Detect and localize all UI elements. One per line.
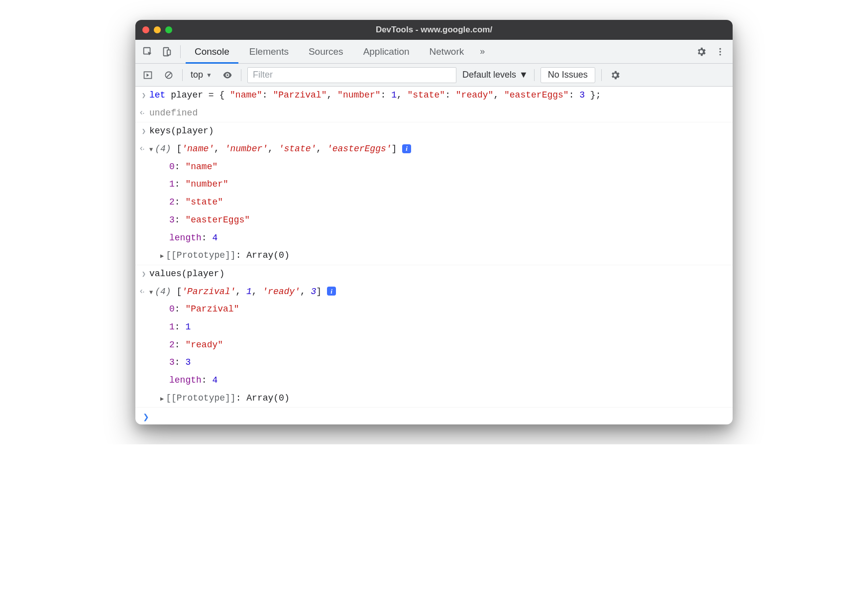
array-item[interactable]: 3: 3 — [149, 355, 728, 370]
tab-elements[interactable]: Elements — [240, 40, 298, 64]
disclosure-triangle-icon[interactable]: ▼ — [149, 288, 153, 298]
clear-console-icon[interactable] — [161, 68, 176, 83]
disclosure-triangle-icon[interactable]: ▶ — [160, 252, 164, 262]
tab-console[interactable]: Console — [186, 40, 238, 64]
console-input-line[interactable]: keys(player) — [149, 124, 728, 139]
tab-sources[interactable]: Sources — [300, 40, 352, 64]
console-toolbar: top ▼ Filter Default levels ▼ No Issues — [135, 64, 733, 87]
array-prototype[interactable]: ▶[[Prototype]]: Array(0) — [149, 248, 728, 263]
kebab-menu-icon[interactable] — [712, 43, 729, 60]
console-row: 0: "name" — [135, 158, 733, 176]
console-row: 2: "ready" — [135, 336, 733, 354]
array-length: length: 4 — [149, 231, 728, 246]
console-row: ❯keys(player) — [135, 122, 733, 140]
tab-application[interactable]: Application — [354, 40, 419, 64]
execution-context-selector[interactable]: top ▼ — [189, 70, 214, 80]
separator — [534, 69, 535, 81]
panel-tabbar: ConsoleElementsSourcesApplicationNetwork… — [135, 40, 733, 64]
console-prompt-row[interactable]: ❯ — [135, 408, 733, 424]
separator — [601, 69, 602, 81]
array-item[interactable]: 0: "name" — [149, 160, 728, 175]
titlebar: DevTools - www.google.com/ — [135, 20, 733, 40]
console-row: 0: "Parzival" — [135, 301, 733, 318]
dropdown-triangle-icon: ▼ — [206, 72, 212, 79]
svg-point-3 — [719, 48, 721, 49]
svg-point-5 — [719, 54, 721, 55]
context-label: top — [191, 70, 203, 80]
array-length: length: 4 — [149, 373, 728, 388]
console-row: 2: "state" — [135, 194, 733, 211]
console-row: length: 4 — [135, 372, 733, 390]
console-row: ·▼(4) ['name', 'number', 'state', 'easte… — [135, 140, 733, 158]
tab-network[interactable]: Network — [421, 40, 473, 64]
minimize-window-button[interactable] — [154, 26, 161, 33]
console-input-line[interactable]: let player = { "name": "Parzival", "numb… — [149, 88, 728, 103]
separator — [182, 69, 183, 81]
array-summary[interactable]: ▼(4) ['Parzival', 1, 'ready', 3] i — [149, 285, 728, 300]
device-toolbar-icon[interactable] — [158, 43, 175, 60]
array-item[interactable]: 2: "ready" — [149, 338, 728, 353]
separator — [241, 69, 241, 81]
array-item[interactable]: 3: "easterEggs" — [149, 213, 728, 228]
disclosure-triangle-icon[interactable]: ▼ — [149, 145, 153, 155]
issues-button[interactable]: No Issues — [541, 67, 595, 83]
console-row: 1: 1 — [135, 318, 733, 336]
array-summary[interactable]: ▼(4) ['name', 'number', 'state', 'easter… — [149, 142, 728, 157]
prompt-chevron-icon: ❯ — [140, 411, 151, 421]
console-row: ❯let player = { "name": "Parzival", "num… — [135, 87, 733, 104]
live-expression-icon[interactable] — [220, 68, 235, 83]
issues-label: No Issues — [548, 70, 588, 80]
filter-placeholder: Filter — [253, 70, 273, 80]
array-item[interactable]: 0: "Parzival" — [149, 302, 728, 317]
console-input-line[interactable]: values(player) — [149, 267, 728, 282]
info-badge-icon[interactable]: i — [327, 287, 336, 296]
settings-icon[interactable] — [693, 43, 710, 60]
console-row: length: 4 — [135, 229, 733, 247]
console-row: ❯values(player) — [135, 265, 733, 283]
inspect-element-icon[interactable] — [139, 43, 156, 60]
console-row: ·▼(4) ['Parzival', 1, 'ready', 3] i — [135, 283, 733, 301]
sidebar-toggle-icon[interactable] — [140, 68, 155, 83]
window-title: DevTools - www.google.com/ — [135, 25, 733, 35]
console-row: ▶[[Prototype]]: Array(0) — [135, 247, 733, 265]
array-item[interactable]: 2: "state" — [149, 195, 728, 210]
console-row: 1: "number" — [135, 176, 733, 194]
close-window-button[interactable] — [142, 26, 149, 33]
filter-input[interactable]: Filter — [247, 67, 456, 83]
info-badge-icon[interactable]: i — [402, 144, 411, 153]
devtools-window: DevTools - www.google.com/ ConsoleElemen… — [135, 20, 733, 424]
console-settings-icon[interactable] — [608, 68, 623, 83]
console-row: ▶[[Prototype]]: Array(0) — [135, 390, 733, 408]
more-panels-button[interactable]: » — [475, 46, 490, 57]
separator — [180, 45, 181, 58]
console-output-line: undefined — [149, 106, 728, 121]
array-prototype[interactable]: ▶[[Prototype]]: Array(0) — [149, 391, 728, 406]
log-levels-selector[interactable]: Default levels ▼ — [462, 70, 528, 80]
array-item[interactable]: 1: "number" — [149, 177, 728, 192]
console-row: 3: "easterEggs" — [135, 211, 733, 229]
disclosure-triangle-icon[interactable]: ▶ — [160, 395, 164, 405]
zoom-window-button[interactable] — [165, 26, 172, 33]
console-output: ❯let player = { "name": "Parzival", "num… — [135, 87, 733, 408]
dropdown-triangle-icon: ▼ — [519, 70, 528, 80]
window-controls — [142, 26, 172, 33]
svg-rect-2 — [167, 50, 170, 55]
console-row: 3: 3 — [135, 354, 733, 372]
array-item[interactable]: 1: 1 — [149, 320, 728, 335]
console-row: ·undefined — [135, 104, 733, 123]
levels-label: Default levels — [462, 70, 516, 80]
svg-point-4 — [719, 51, 721, 52]
